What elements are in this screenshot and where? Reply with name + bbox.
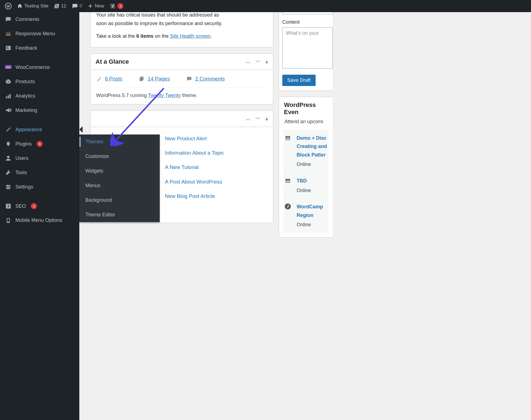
activity-header[interactable]: ︿ ﹀ ▴ <box>91 111 273 127</box>
svg-rect-3 <box>6 34 11 35</box>
refresh-icon <box>54 3 59 9</box>
appearance-icon <box>5 126 12 133</box>
glance-posts[interactable]: 6 Posts <box>96 74 122 83</box>
at-a-glance-title: At a Glance <box>96 58 129 65</box>
sidebar-item-label: WooCommerce <box>15 64 50 70</box>
sidebar-item-tools[interactable]: Tools <box>0 165 79 180</box>
event-item[interactable]: WordCamp RegionOnline <box>283 198 328 233</box>
new-label: New <box>95 3 104 9</box>
save-draft-button[interactable]: Save Draft <box>282 75 316 86</box>
yoast-icon <box>110 3 116 9</box>
event-location: Online <box>297 219 323 229</box>
submenu-label: Themes <box>85 139 103 144</box>
site-health-text: Your site has critical issues that shoul… <box>96 12 219 18</box>
sidebar-item-mobile-menu[interactable]: Mobile Menu Options <box>0 213 79 228</box>
sidebar-item-label: Tools <box>15 170 27 176</box>
site-health-text: soon as possible to improve its performa… <box>96 21 222 26</box>
event-title: Creating and <box>297 142 327 151</box>
svg-point-27 <box>287 138 288 139</box>
svg-rect-5 <box>6 47 8 47</box>
events-subtitle: Attend an upcomi <box>285 117 327 130</box>
submenu-label: Theme Editor <box>85 212 115 217</box>
submenu-item-customize[interactable]: Customize <box>79 149 160 164</box>
event-icon <box>285 134 292 169</box>
svg-rect-24 <box>140 77 143 80</box>
yoast-menu[interactable]: 3 <box>107 0 126 12</box>
glance-comments[interactable]: 2 Comments <box>186 74 225 83</box>
glance-foot-suffix: theme. <box>181 93 197 98</box>
event-location: Online <box>297 159 327 169</box>
comments-count: 0 <box>80 3 82 9</box>
svg-rect-26 <box>286 136 290 138</box>
svg-point-31 <box>287 181 288 182</box>
plus-icon <box>88 3 93 9</box>
svg-rect-1 <box>6 32 11 33</box>
quick-draft-box: Content What's on your Save Draft <box>279 4 333 91</box>
submenu-item-menus[interactable]: Menus <box>79 178 160 193</box>
move-up-icon[interactable]: ︿ <box>246 115 251 122</box>
submenu-label: Background <box>85 197 112 203</box>
sidebar-item-comments[interactable]: Comments <box>0 12 79 26</box>
submenu-item-theme-editor[interactable]: Theme Editor <box>79 208 160 222</box>
site-name-menu[interactable]: Testing Site <box>14 0 51 12</box>
sidebar-item-settings[interactable]: Settings <box>0 180 79 194</box>
event-title: Block Patter <box>297 151 327 159</box>
submenu-label: Menus <box>85 183 100 188</box>
at-a-glance-header[interactable]: At a Glance ︿ ﹀ ▴ <box>91 54 273 70</box>
move-up-icon[interactable]: ︿ <box>246 58 251 65</box>
comments-menu[interactable]: 0 <box>69 0 85 12</box>
activity-title <box>96 115 97 122</box>
site-health-link[interactable]: Site Health screen <box>170 33 210 39</box>
sidebar-item-label: Settings <box>15 184 33 190</box>
sidebar-item-marketing[interactable]: Marketing <box>0 103 79 117</box>
sidebar-item-label: Marketing <box>15 107 37 113</box>
appearance-submenu: Themes Customize Widgets Menus Backgroun… <box>79 134 160 222</box>
glance-theme-link[interactable]: Twenty Twenty <box>148 93 181 98</box>
event-item[interactable]: TBDOnline <box>283 173 328 198</box>
sidebar-item-plugins[interactable]: Plugins 9 <box>0 137 79 151</box>
event-item[interactable]: Demo + DiscCreating andBlock PatterOnlin… <box>283 130 328 173</box>
svg-rect-2 <box>6 33 11 34</box>
submenu-item-themes[interactable]: Themes <box>79 134 160 149</box>
sidebar-item-products[interactable]: Products <box>0 74 79 89</box>
sidebar-item-label: Comments <box>15 17 39 22</box>
event-title: TBD <box>297 177 311 185</box>
svg-rect-13 <box>6 185 10 186</box>
wp-logo-menu[interactable]: W <box>2 0 14 12</box>
sidebar-item-seo[interactable]: SEO 3 <box>0 199 79 213</box>
site-health-prefix: Take a look at the <box>96 33 136 39</box>
sidebar-item-woocommerce[interactable]: woo WooCommerce <box>0 60 79 74</box>
event-icon <box>285 177 292 195</box>
sidebar-item-appearance[interactable]: Appearance <box>0 122 79 137</box>
svg-rect-14 <box>6 187 10 187</box>
submenu-item-background[interactable]: Background <box>79 193 160 208</box>
tools-icon <box>5 169 12 176</box>
event-title: WordCamp <box>297 203 323 211</box>
content-label: Content <box>282 19 333 27</box>
updates-menu[interactable]: 12 <box>51 0 69 12</box>
activity-title-link[interactable]: New Blog Post Article <box>165 192 215 201</box>
svg-text:woo: woo <box>6 66 10 68</box>
activity-title-link[interactable]: Information About a Topic <box>165 149 224 157</box>
responsive-menu-icon <box>5 30 12 37</box>
sidebar-item-users[interactable]: Users <box>0 151 79 165</box>
site-health-suffix: . <box>210 33 212 39</box>
analytics-icon <box>5 93 12 99</box>
draft-content-textarea[interactable]: What's on your <box>282 27 333 69</box>
activity-title-link[interactable]: A New Tutorial <box>165 163 199 172</box>
event-title: Demo + Disc <box>297 134 327 142</box>
new-content-menu[interactable]: New <box>85 0 107 12</box>
sidebar-item-analytics[interactable]: Analytics <box>0 89 79 103</box>
submenu-item-widgets[interactable]: Widgets <box>79 164 160 178</box>
sidebar-item-responsive-menu[interactable]: Responsive Menu <box>0 26 79 41</box>
sidebar-item-feedback[interactable]: Feedback <box>0 41 79 55</box>
toggle-icon[interactable]: ▴ <box>266 115 268 122</box>
activity-title-link[interactable]: New Product Alert <box>165 134 207 143</box>
toggle-icon[interactable]: ▴ <box>266 58 268 65</box>
activity-title-link[interactable]: A Post About WordPress <box>165 177 222 186</box>
comments-icon <box>5 16 12 23</box>
move-down-icon[interactable]: ﹀ <box>256 58 261 65</box>
move-down-icon[interactable]: ﹀ <box>256 115 261 122</box>
glance-pages[interactable]: 14 Pages <box>139 74 170 83</box>
seo-icon <box>5 203 12 209</box>
